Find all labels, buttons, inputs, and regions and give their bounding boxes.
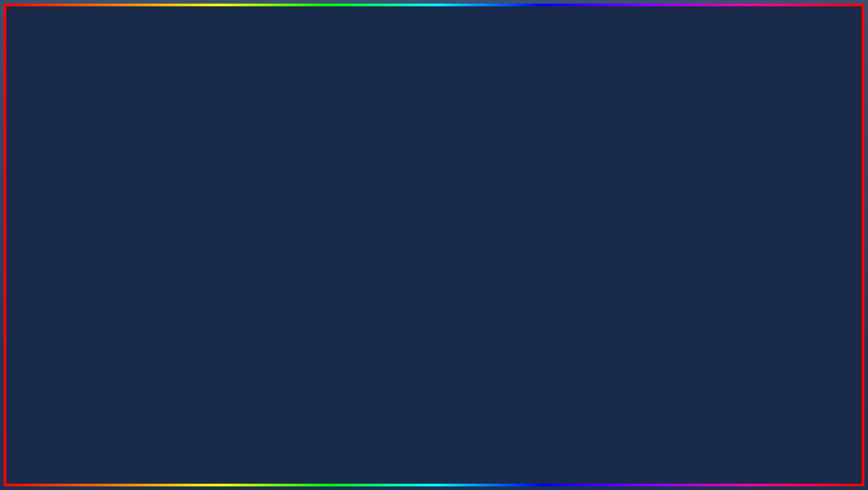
svg-rect-28 bbox=[94, 274, 166, 288]
svg-rect-19 bbox=[70, 202, 97, 274]
sidebar-front-stats[interactable]: Stats bbox=[357, 245, 419, 258]
sidebar-front-general[interactable]: General bbox=[357, 205, 419, 218]
front-esp-icon bbox=[361, 261, 367, 267]
window-front-title: Specialized bbox=[362, 176, 401, 184]
window-back-controls: — ✕ bbox=[467, 122, 488, 131]
window-back-close[interactable]: ✕ bbox=[479, 122, 488, 131]
sidebar-front-local-players[interactable]: Local Players bbox=[357, 284, 419, 297]
script-label: SCRIPT bbox=[362, 428, 519, 477]
svg-point-30 bbox=[771, 400, 780, 409]
sidebar-front-welcome[interactable]: Welcome bbox=[357, 192, 419, 205]
auto-farm-bf-toggle[interactable] bbox=[574, 259, 582, 267]
window-front-close[interactable]: ✕ bbox=[573, 176, 582, 185]
sidebar-front-setting[interactable]: Setting bbox=[357, 218, 419, 232]
esp-icon bbox=[285, 207, 291, 213]
main-title-container: BLOX FRUITS bbox=[0, 7, 868, 92]
window-front-main-content: Main Farm Click to Box to Farm, I ready … bbox=[420, 189, 588, 316]
pastebin-label: PASTEBIN bbox=[526, 428, 739, 477]
island-status: Island : Not Raid bbox=[349, 151, 407, 158]
sidebar-back-stats[interactable]: Stats bbox=[280, 191, 343, 204]
window-front-body: Welcome General Setting Item & Quest Sta… bbox=[357, 189, 588, 316]
front-setting-icon bbox=[361, 222, 367, 228]
window-front-sidebar: Welcome General Setting Item & Quest Sta… bbox=[357, 189, 420, 316]
auto-farm-label: Auto Farm bbox=[425, 217, 454, 224]
sky-icon: 🐱 bbox=[286, 246, 295, 256]
front-local-players-icon bbox=[361, 287, 367, 293]
bf-logo-svg: BLOX FRUITS bbox=[749, 380, 816, 447]
bottom-text-container: UPDATE 20 SCRIPT PASTEBIN bbox=[0, 428, 868, 477]
svg-rect-25 bbox=[115, 171, 124, 178]
auto-farm-toggle[interactable] bbox=[574, 216, 582, 224]
mastery-menu-header: Mastery Menu bbox=[425, 237, 582, 245]
svg-rect-27 bbox=[119, 200, 142, 209]
title-blox: BLOX bbox=[174, 7, 398, 92]
sidebar-back-local-players[interactable]: Local Players bbox=[280, 230, 343, 243]
auto-farm-gun-toggle[interactable] bbox=[574, 273, 582, 281]
update-label: UPDATE bbox=[129, 428, 302, 477]
sidebar-back-esp[interactable]: ESP bbox=[280, 204, 343, 217]
window-front-minimize[interactable]: — bbox=[562, 176, 571, 185]
main-farm-section: Main Farm Click to Box to Farm, I ready … bbox=[425, 194, 582, 210]
stats-icon bbox=[285, 194, 291, 200]
title-fruits: FRUITS bbox=[407, 7, 694, 92]
window-front: Specialized — ✕ Welcome General Setting … bbox=[355, 171, 589, 318]
window-back-title: Specialized bbox=[286, 122, 325, 130]
sidebar-front-sky[interactable]: 🐱 Sky bbox=[357, 297, 419, 313]
raid-icon bbox=[286, 221, 291, 226]
sidebar-front-raid[interactable]: Raid bbox=[357, 271, 419, 284]
front-item-quest-icon bbox=[361, 235, 367, 241]
svg-rect-12 bbox=[103, 288, 126, 351]
main-farm-header: Main Farm bbox=[425, 194, 582, 202]
bf-logo-container: BLOX FRUITS bbox=[742, 373, 832, 463]
wait-for-dungeon-header: Wait For Dungeon bbox=[349, 140, 407, 148]
svg-rect-26 bbox=[137, 171, 146, 178]
sidebar-back-welcome[interactable]: Welcome bbox=[280, 138, 343, 151]
sidebar-back-sky[interactable]: 🐱 Sky bbox=[280, 243, 343, 259]
auto-farm-toggle-row: Auto Farm bbox=[425, 214, 582, 227]
mastery-menu-section-title: Mastery Menu bbox=[425, 230, 582, 236]
front-welcome-icon bbox=[361, 196, 367, 202]
sidebar-front-item-quest[interactable]: Item & Quest bbox=[357, 232, 419, 245]
auto-farm-gun-label: Auto Farm Gun Mastery bbox=[425, 274, 491, 281]
update-number: 20 bbox=[309, 428, 356, 477]
front-raid-icon bbox=[361, 274, 367, 280]
local-players-icon bbox=[285, 233, 291, 239]
front-general-icon bbox=[362, 209, 367, 215]
svg-rect-21 bbox=[106, 153, 155, 202]
svg-text:BLOX FRUITS: BLOX FRUITS bbox=[763, 441, 802, 447]
auto-farm-bf-label: Auto Farm BF Mastery bbox=[425, 260, 488, 267]
window-back-titlebar: Specialized — ✕ bbox=[280, 118, 493, 135]
svg-rect-7 bbox=[675, 90, 720, 315]
bottom-row: UPDATE 20 SCRIPT PASTEBIN bbox=[129, 428, 739, 477]
sidebar-front-esp[interactable]: ESP bbox=[357, 258, 419, 271]
character-figure bbox=[45, 90, 216, 369]
back-content-b1: B... bbox=[349, 161, 407, 171]
sidebar-back-setting[interactable]: Setting bbox=[280, 165, 343, 178]
auto-farm-gun-toggle-row: Auto Farm Gun Mastery bbox=[425, 271, 582, 285]
svg-rect-13 bbox=[135, 288, 157, 351]
sidebar-back-raid[interactable]: Raid bbox=[280, 217, 343, 230]
mastery-menu-section: Mastery Menu Click To Box to Start Farm … bbox=[425, 237, 582, 253]
welcome-icon bbox=[285, 142, 291, 148]
mastery-menu-desc: Click To Box to Start Farm Mastery bbox=[425, 248, 582, 253]
window-front-titlebar: Specialized — ✕ bbox=[357, 172, 588, 189]
auto-farm-bf-toggle-row: Auto Farm BF Mastery bbox=[425, 257, 582, 271]
setting-icon bbox=[285, 168, 291, 174]
svg-rect-32 bbox=[774, 416, 792, 419]
item-quest-icon bbox=[285, 181, 291, 187]
bf-logo-circle: BLOX FRUITS bbox=[742, 373, 823, 454]
svg-rect-20 bbox=[164, 202, 191, 274]
window-back-sidebar: Welcome General Setting Item & Quest Sta… bbox=[280, 135, 343, 263]
window-front-controls: — ✕ bbox=[562, 176, 582, 185]
main-farm-desc: Click to Box to Farm, I ready update new… bbox=[425, 205, 582, 210]
sidebar-back-general[interactable]: General bbox=[280, 151, 343, 165]
front-stats-icon bbox=[361, 248, 367, 254]
sidebar-back-item-quest[interactable]: Item & Quest bbox=[280, 178, 343, 191]
front-sky-icon: 🐱 bbox=[362, 300, 372, 310]
general-icon bbox=[285, 155, 291, 161]
svg-point-31 bbox=[785, 400, 794, 409]
window-back-minimize[interactable]: — bbox=[467, 122, 476, 131]
